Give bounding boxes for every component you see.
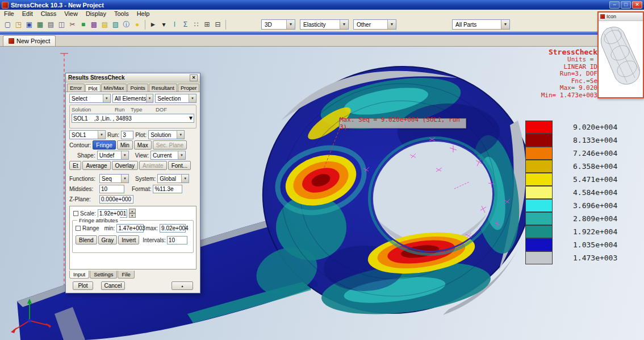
tab-properties[interactable]: Proper bbox=[178, 84, 200, 92]
tab-plot[interactable]: Plot bbox=[85, 84, 100, 92]
sec-plane-button[interactable]: Sec. Plane bbox=[153, 140, 187, 150]
parts-combo[interactable]: All Parts ▼ bbox=[452, 19, 510, 30]
tab-resultant[interactable]: Resultant bbox=[149, 84, 177, 92]
font-button[interactable]: Font... bbox=[168, 161, 191, 170]
midsides-input[interactable]: 10 bbox=[99, 185, 124, 193]
menu-file[interactable]: File bbox=[0, 10, 18, 17]
menu-view[interactable]: View bbox=[60, 10, 82, 17]
chevron-down-icon[interactable]: ▼ bbox=[177, 131, 184, 139]
results-icon[interactable]: ▧ bbox=[110, 19, 121, 30]
run-input[interactable]: 3 bbox=[121, 131, 133, 139]
chevron-down-icon[interactable]: ▼ bbox=[146, 94, 153, 102]
print-icon[interactable]: ▤ bbox=[45, 19, 56, 30]
shape-combo[interactable]: Undef ▼ bbox=[97, 151, 129, 160]
scale-spin-up-icon[interactable]: ▴ bbox=[129, 209, 136, 213]
menu-class[interactable]: Class bbox=[37, 10, 61, 17]
zplane-input[interactable]: 0.000e+000 bbox=[99, 195, 133, 204]
et-button[interactable]: Et bbox=[69, 161, 81, 170]
fringe-button[interactable]: Fringe bbox=[93, 140, 115, 150]
menu-display[interactable]: Display bbox=[82, 10, 110, 17]
chevron-down-icon[interactable]: ▼ bbox=[188, 114, 194, 122]
mesh-icon[interactable]: ▩ bbox=[89, 19, 99, 30]
save-all-icon[interactable]: ▦ bbox=[35, 19, 45, 30]
range-min-input[interactable]: 1.47e+003 bbox=[116, 224, 144, 233]
grid-icon[interactable]: ⊞ bbox=[202, 19, 212, 30]
tab-file[interactable]: File bbox=[118, 271, 134, 279]
chevron-down-icon[interactable]: ▼ bbox=[178, 151, 185, 159]
chevron-down-icon[interactable]: ▼ bbox=[121, 175, 128, 183]
light-bulb-icon[interactable]: ● bbox=[132, 19, 143, 30]
chevron-down-icon[interactable]: ▼ bbox=[121, 151, 128, 159]
minimize-button[interactable]: – bbox=[609, 1, 620, 9]
reference-combo[interactable]: Other ▼ bbox=[353, 19, 396, 30]
maximize-button[interactable]: □ bbox=[621, 1, 631, 9]
sigma-icon[interactable]: Σ bbox=[180, 19, 191, 30]
chevron-down-icon[interactable]: ▼ bbox=[387, 20, 396, 29]
range-max-input[interactable]: 9.02e+004 bbox=[160, 224, 186, 233]
range-checkbox[interactable] bbox=[76, 226, 81, 231]
chevron-down-icon[interactable]: ▼ bbox=[501, 20, 509, 29]
dialog-titlebar[interactable]: Results StressCheck ✕ bbox=[66, 73, 200, 82]
chevron-down-icon[interactable]: ▼ bbox=[98, 131, 105, 139]
scale-spin-down-icon[interactable]: ▾ bbox=[129, 213, 136, 218]
elements-combo[interactable]: All Elements ▼ bbox=[112, 94, 154, 103]
model-icon[interactable]: ■ bbox=[78, 19, 89, 30]
chevron-down-icon[interactable]: ▼ bbox=[181, 175, 189, 183]
functions-combo[interactable]: Seq ▼ bbox=[99, 174, 129, 183]
legend-swatch bbox=[525, 173, 553, 186]
animate-button[interactable]: Animate bbox=[139, 161, 167, 170]
points-icon[interactable]: ∷ bbox=[191, 19, 202, 30]
collapse-button[interactable]: ▴ bbox=[172, 281, 193, 290]
titlebar[interactable]: StressCheck 10.3 - New Project – □ ✕ bbox=[0, 0, 644, 10]
layers-icon[interactable]: ▤ bbox=[99, 19, 110, 30]
intervals-input[interactable]: 10 bbox=[167, 236, 187, 244]
ibeam-icon[interactable]: I bbox=[169, 19, 180, 30]
menu-tools[interactable]: Tools bbox=[110, 10, 133, 17]
chevron-down-icon[interactable]: ▼ bbox=[189, 94, 196, 102]
solution-combo[interactable]: SOL1 ▼ bbox=[69, 130, 106, 139]
chevron-down-icon[interactable]: ▼ bbox=[103, 94, 110, 102]
open-file-icon[interactable]: ◳ bbox=[13, 19, 24, 30]
plot-combo[interactable]: Solution ▼ bbox=[148, 130, 185, 139]
chevron-down-icon[interactable]: ▼ bbox=[286, 20, 295, 29]
solution-list-row[interactable]: SOL1 ,3 ,Lin. , 34893 ▼ bbox=[72, 114, 194, 123]
pointer-mode-icon[interactable]: ▾ bbox=[158, 19, 169, 30]
gray-button[interactable]: Gray bbox=[98, 235, 118, 244]
tab-error[interactable]: Error bbox=[67, 84, 85, 92]
scale-checkbox[interactable] bbox=[73, 211, 78, 216]
mdi-tab-new-project[interactable]: New Project bbox=[3, 35, 56, 46]
select-arrow-icon[interactable]: ► bbox=[148, 19, 158, 30]
system-combo[interactable]: Global ▼ bbox=[157, 174, 189, 183]
menu-help[interactable]: Help bbox=[133, 10, 154, 17]
format-input[interactable]: %11.3e bbox=[153, 185, 182, 193]
overlay-button[interactable]: Overlay bbox=[112, 161, 138, 170]
cancel-button[interactable]: Cancel bbox=[101, 281, 125, 290]
theory-combo[interactable]: Elasticity ▼ bbox=[300, 19, 349, 30]
blend-button[interactable]: Blend bbox=[76, 235, 97, 244]
scale-input[interactable]: 1.92e+001 bbox=[98, 209, 127, 218]
dimension-combo[interactable]: 3D ▼ bbox=[261, 19, 295, 30]
min-button[interactable]: Min bbox=[117, 140, 133, 150]
cut-icon[interactable]: ✂ bbox=[67, 19, 78, 30]
close-button[interactable]: ✕ bbox=[632, 1, 642, 9]
icon-window-titlebar[interactable]: Icon bbox=[599, 13, 643, 21]
preview-icon[interactable]: ◫ bbox=[56, 19, 67, 30]
info-icon[interactable]: ⓘ bbox=[121, 19, 132, 30]
tab-points[interactable]: Points bbox=[127, 84, 148, 92]
max-button[interactable]: Max bbox=[134, 140, 152, 150]
save-icon[interactable]: ▣ bbox=[24, 19, 35, 30]
menu-edit[interactable]: Edit bbox=[18, 10, 37, 17]
plot-button[interactable]: Plot bbox=[73, 281, 93, 290]
view-combo[interactable]: Current ▼ bbox=[150, 151, 186, 160]
average-button[interactable]: Average bbox=[82, 161, 110, 170]
dialog-close-icon[interactable]: ✕ bbox=[190, 74, 198, 81]
selection-combo[interactable]: Selection ▼ bbox=[155, 94, 196, 103]
tab-settings[interactable]: Settings bbox=[90, 271, 117, 279]
tab-input[interactable]: Input bbox=[69, 271, 89, 279]
invert-button[interactable]: Invert bbox=[118, 235, 139, 244]
table-icon[interactable]: ⊟ bbox=[212, 19, 223, 30]
tab-minmax[interactable]: Min/Max bbox=[101, 84, 127, 92]
select-combo[interactable]: Select ▼ bbox=[69, 94, 111, 103]
chevron-down-icon[interactable]: ▼ bbox=[340, 20, 348, 29]
new-file-icon[interactable]: ▢ bbox=[2, 19, 13, 30]
